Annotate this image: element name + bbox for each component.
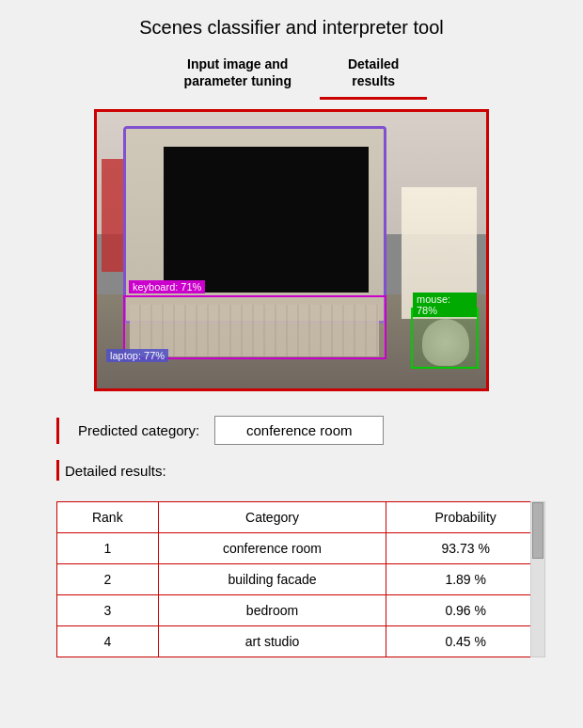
tab-input[interactable]: Input image andparameter tuning xyxy=(156,48,320,100)
cell-probability: 0.45 % xyxy=(386,626,545,657)
table-header-row: Rank Category Probability xyxy=(57,502,545,533)
results-table: Rank Category Probability 1conference ro… xyxy=(56,501,545,657)
col-rank: Rank xyxy=(57,502,159,533)
page-title: Scenes classifier and interpreter tool xyxy=(0,0,583,48)
predicted-category-row: Predicted category: conference room xyxy=(0,406,583,454)
detailed-section: Detailed results: xyxy=(0,454,583,501)
cell-probability: 0.96 % xyxy=(386,595,545,626)
table-row: 1conference room93.73 % xyxy=(57,533,545,564)
cell-category: art studio xyxy=(158,626,386,657)
cell-probability: 1.89 % xyxy=(386,564,545,595)
cell-category: building facade xyxy=(158,564,386,595)
monitor-bbox xyxy=(123,126,386,324)
detailed-header-row: Detailed results: xyxy=(56,460,527,481)
laptop-annotation: laptop: 77% xyxy=(106,349,168,362)
cell-probability: 93.73 % xyxy=(386,533,545,564)
col-category: Category xyxy=(158,502,386,533)
annotated-image: keyboard: 71% mouse: 78% laptop: 77% xyxy=(94,109,489,391)
keyboard-annotation: keyboard: 71% xyxy=(129,280,205,293)
image-container: keyboard: 71% mouse: 78% laptop: 77% xyxy=(0,109,583,391)
col-probability: Probability xyxy=(386,502,545,533)
cell-category: bedroom xyxy=(158,595,386,626)
tab-detailed[interactable]: Detailedresults xyxy=(320,48,427,100)
results-table-wrapper: Rank Category Probability 1conference ro… xyxy=(0,501,583,657)
predicted-bar-icon xyxy=(56,418,59,444)
cell-rank: 1 xyxy=(57,533,159,564)
tabs-row: Input image andparameter tuning Detailed… xyxy=(0,48,583,100)
table-row: 2building facade1.89 % xyxy=(57,564,545,595)
mouse-bbox: mouse: 78% xyxy=(411,308,479,369)
mouse-annotation: mouse: 78% xyxy=(413,293,477,317)
scrollbar[interactable] xyxy=(530,501,545,657)
cell-category: conference room xyxy=(158,533,386,564)
predicted-label: Predicted category: xyxy=(78,422,199,438)
table-row: 3bedroom0.96 % xyxy=(57,595,545,626)
detailed-bar-icon xyxy=(56,460,59,481)
predicted-value: conference room xyxy=(214,416,384,445)
scrollbar-thumb[interactable] xyxy=(532,502,544,559)
cell-rank: 2 xyxy=(57,564,159,595)
page-wrapper: Scenes classifier and interpreter tool I… xyxy=(0,0,583,657)
cell-rank: 4 xyxy=(57,626,159,657)
table-row: 4art studio0.45 % xyxy=(57,626,545,657)
detailed-title: Detailed results: xyxy=(65,463,166,479)
cell-rank: 3 xyxy=(57,595,159,626)
